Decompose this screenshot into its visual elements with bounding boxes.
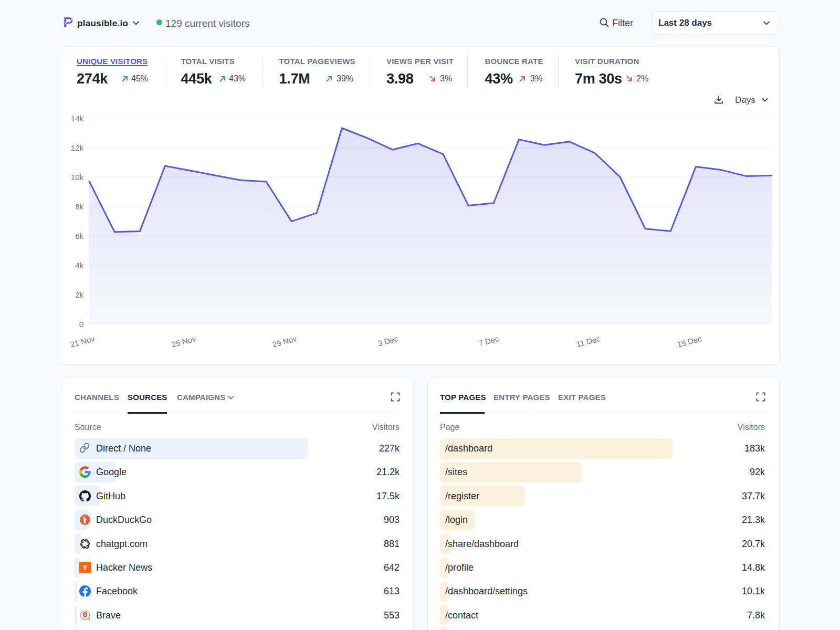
svg-text:Y: Y	[82, 563, 88, 572]
